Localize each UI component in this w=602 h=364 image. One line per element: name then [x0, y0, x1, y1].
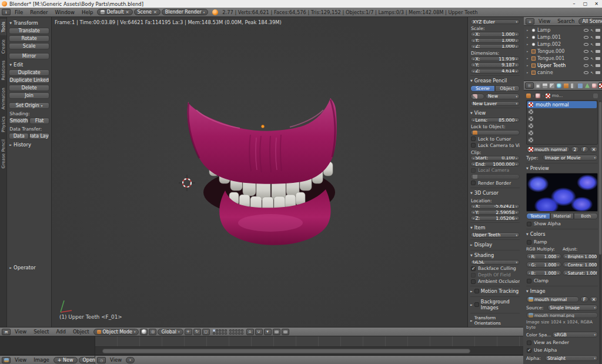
- scene-selector[interactable]: Scene ✕: [134, 9, 160, 15]
- gp-new-layer-button[interactable]: New Layer: [470, 101, 520, 106]
- preview-material-toggle[interactable]: Material: [550, 213, 574, 219]
- visibility-eye-icon[interactable]: [584, 71, 588, 74]
- selectability-arrow-icon[interactable]: [590, 28, 594, 33]
- selectability-arrow-icon[interactable]: [590, 63, 594, 68]
- fake-user-button[interactable]: F: [580, 146, 588, 152]
- view-as-render-checkbox[interactable]: View as Render: [526, 339, 598, 346]
- data-layout-button[interactable]: Data Layo: [29, 133, 49, 139]
- tab-create[interactable]: Create: [0, 36, 6, 56]
- expand-icon[interactable]: ▸: [527, 71, 530, 74]
- contrast-field[interactable]: Contra:1.000: [563, 262, 598, 268]
- menu-render[interactable]: Render: [27, 9, 51, 15]
- view3d-menu-object[interactable]: Object: [70, 329, 92, 335]
- tab-grease-pencil[interactable]: Grease Pencil: [0, 136, 6, 171]
- timeline-canvas[interactable]: [95, 336, 523, 355]
- panel-header-display[interactable]: Display: [470, 239, 520, 249]
- editor-type-icon-timeline[interactable]: ◷: [97, 357, 106, 363]
- renderability-camera-icon[interactable]: [596, 57, 600, 60]
- editor-type-icon-3dview[interactable]: ⬒: [2, 329, 11, 335]
- gp-new-button[interactable]: New: [486, 93, 520, 99]
- snap-magnet-icon[interactable]: ∪: [255, 329, 263, 335]
- image-source-dropdown[interactable]: Single Image: [547, 305, 598, 310]
- tab-material[interactable]: [591, 82, 597, 89]
- pivot-point-dropdown[interactable]: ◎: [149, 329, 156, 335]
- snap-element-dropdown[interactable]: ▾: [264, 329, 272, 335]
- manipulator-scale-toggle[interactable]: ◻: [202, 329, 210, 335]
- transform-orientation-dropdown[interactable]: Global▾: [158, 329, 183, 335]
- close-button[interactable]: ✕: [591, 0, 602, 8]
- lock-to-cursor-checkbox[interactable]: Lock to Cursor: [470, 136, 520, 142]
- expand-icon[interactable]: ▸: [527, 28, 530, 32]
- tab-texture[interactable]: [598, 82, 602, 89]
- expand-icon[interactable]: ▸: [527, 56, 530, 60]
- depth-of-field-checkbox[interactable]: Depth Of Field: [470, 272, 520, 278]
- local-camera-checkbox[interactable]: Local Camera: [470, 167, 520, 173]
- properties-scrollbar[interactable]: [599, 101, 601, 364]
- minimize-button[interactable]: –: [568, 0, 580, 8]
- preview-both-toggle[interactable]: Both: [574, 213, 598, 219]
- duplicate-linked-button[interactable]: Duplicate Linked: [9, 77, 49, 84]
- pin-icon[interactable]: [593, 93, 598, 98]
- dim-z-field[interactable]: Z:4.614: [470, 69, 520, 74]
- cursor-x-field[interactable]: X:-5.62421: [470, 204, 520, 209]
- material-icon[interactable]: [536, 93, 540, 98]
- backface-culling-checkbox[interactable]: Backface Culling: [470, 265, 520, 272]
- viewport-shading-dropdown[interactable]: [140, 329, 148, 335]
- renderability-camera-icon[interactable]: [596, 71, 600, 74]
- image-new-button[interactable]: + New: [53, 357, 78, 363]
- tab-data[interactable]: [584, 82, 590, 89]
- cursor-z-field[interactable]: Z:1.05206: [470, 216, 520, 221]
- multiply-g-field[interactable]: G:1.000: [526, 262, 561, 268]
- panel-header-background-images[interactable]: Background Images: [470, 296, 520, 312]
- menu-file[interactable]: File: [12, 9, 26, 15]
- expand-icon[interactable]: ▸: [527, 42, 530, 46]
- outliner-item-lamp002[interactable]: ▸Lamp.002: [525, 41, 602, 48]
- scene-close-icon[interactable]: ✕: [153, 10, 157, 15]
- panel-header-image[interactable]: Image: [526, 286, 598, 295]
- show-alpha-checkbox[interactable]: Show Alpha: [526, 220, 598, 228]
- layer-selector[interactable]: [213, 329, 243, 335]
- gp-draw-mode-icon-button[interactable]: [470, 93, 484, 99]
- renderability-camera-icon[interactable]: [596, 29, 600, 32]
- selectability-arrow-icon[interactable]: [590, 42, 594, 47]
- tab-physics[interactable]: Physics: [0, 113, 6, 135]
- tab-animation[interactable]: Animation: [0, 85, 6, 112]
- panel-header-preview[interactable]: Preview: [526, 163, 598, 172]
- rotate-button[interactable]: Rotate: [9, 35, 49, 42]
- tab-object[interactable]: [563, 82, 569, 89]
- render-engine-selector[interactable]: Blender Render ▾: [162, 9, 209, 15]
- selectability-arrow-icon[interactable]: [590, 70, 594, 75]
- duplicate-button[interactable]: Duplicate: [9, 69, 49, 76]
- panel-header-view[interactable]: View: [470, 108, 520, 117]
- renderability-camera-icon[interactable]: [596, 36, 600, 39]
- view3d-menu-add[interactable]: Add: [53, 329, 68, 335]
- texture-slot-empty[interactable]: [527, 108, 597, 115]
- mirror-button[interactable]: Mirror: [9, 53, 49, 59]
- panel-header-motion-tracking[interactable]: Motion Tracking: [470, 286, 520, 295]
- texture-users-count-button[interactable]: 2: [571, 146, 579, 152]
- saturation-field[interactable]: Saturat:1.000: [563, 270, 598, 276]
- expand-icon[interactable]: ▸: [527, 64, 530, 67]
- ambient-occlusion-checkbox[interactable]: Ambient Occlusion: [470, 278, 520, 285]
- mode-dropdown[interactable]: Object Mode▾: [93, 329, 139, 335]
- editor-type-icon-info[interactable]: ℹ: [2, 9, 11, 15]
- panel-header-transform-orientations[interactable]: Transform Orientations: [470, 313, 520, 327]
- tab-modifiers[interactable]: [577, 82, 583, 89]
- outliner-display-mode-dropdown[interactable]: All Scenes▾: [578, 18, 602, 25]
- multiply-b-field[interactable]: B:1.000: [526, 270, 561, 276]
- image-unlink-button[interactable]: ✕: [590, 296, 598, 302]
- object-icon[interactable]: [526, 93, 531, 98]
- local-camera-field[interactable]: [470, 174, 520, 179]
- timeline-dropdown[interactable]: ▾: [126, 357, 135, 363]
- render-border-checkbox[interactable]: Render Border: [470, 180, 520, 186]
- outliner-item-lamp001[interactable]: ▸Lamp.001: [525, 34, 602, 41]
- lock-to-object-field[interactable]: [470, 130, 520, 135]
- selectability-arrow-icon[interactable]: [590, 49, 594, 54]
- scale-x-field[interactable]: X:1.000: [470, 32, 520, 36]
- lens-field[interactable]: Lens:85.000: [470, 118, 520, 122]
- scale-button[interactable]: Scale: [9, 43, 49, 49]
- viewport-canvas[interactable]: [52, 17, 467, 327]
- dim-y-field[interactable]: Y:9.187: [470, 62, 520, 67]
- texture-id-name-field[interactable]: mouth normal: [526, 146, 570, 152]
- timeline-scrollbar-thumb[interactable]: [102, 349, 470, 353]
